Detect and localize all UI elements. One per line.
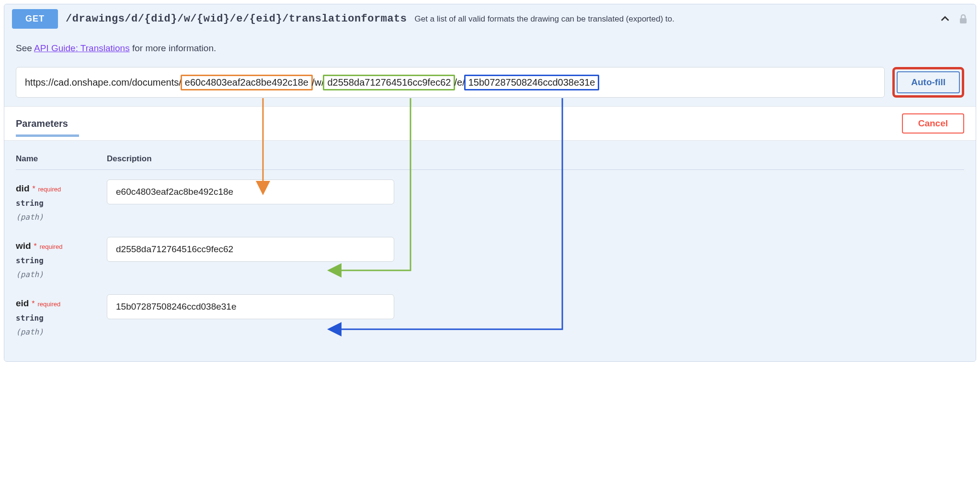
- param-location: (path): [16, 327, 107, 336]
- wid-input[interactable]: [107, 237, 394, 262]
- url-wid-highlight: d2558da712764516cc9fec62: [323, 75, 455, 90]
- parameters-title: Parameters: [16, 118, 68, 129]
- param-meta: did * required string (path): [16, 179, 107, 222]
- param-type: string: [16, 199, 107, 208]
- param-name: did: [16, 183, 30, 193]
- content-area: See API Guide: Translations for more inf…: [4, 33, 976, 361]
- col-header-description: Description: [107, 154, 964, 164]
- info-suffix: for more information.: [130, 43, 217, 53]
- collapse-chevron-icon[interactable]: [939, 13, 951, 25]
- svg-rect-0: [960, 18, 967, 23]
- param-location: (path): [16, 212, 107, 222]
- did-input[interactable]: [107, 179, 394, 204]
- eid-input[interactable]: [107, 294, 394, 319]
- info-prefix: See: [16, 43, 34, 53]
- param-type: string: [16, 313, 107, 323]
- param-meta: wid * required string (path): [16, 237, 107, 279]
- url-base: https://cad.onshape.com/documents/: [25, 77, 182, 88]
- column-headers: Name Description: [16, 154, 964, 170]
- param-row-did: did * required string (path): [16, 179, 964, 222]
- url-autofill-row: https://cad.onshape.com/documents/e60c48…: [4, 67, 976, 106]
- col-header-name: Name: [16, 154, 107, 164]
- info-text: See API Guide: Translations for more inf…: [4, 33, 976, 67]
- cancel-button[interactable]: Cancel: [902, 113, 964, 134]
- required-star: *: [32, 300, 34, 308]
- param-location: (path): [16, 270, 107, 279]
- api-guide-link[interactable]: API Guide: Translations: [34, 43, 130, 53]
- required-text: required: [38, 186, 61, 193]
- url-input[interactable]: https://cad.onshape.com/documents/e60c48…: [16, 67, 885, 98]
- lock-icon: [958, 14, 968, 24]
- param-row-eid: eid * required string (path): [16, 294, 964, 336]
- endpoint-description: Get a list of all valid formats the draw…: [415, 14, 932, 24]
- param-type: string: [16, 256, 107, 265]
- required-text: required: [40, 243, 63, 250]
- url-did-highlight: e60c4803eaf2ac8be492c18e: [181, 75, 313, 90]
- endpoint-header[interactable]: GET /drawings/d/{did}/w/{wid}/e/{eid}/tr…: [4, 4, 976, 33]
- required-star: *: [32, 185, 35, 193]
- http-method-badge: GET: [12, 9, 58, 29]
- url-sep-e: /e/: [454, 77, 465, 88]
- api-endpoint-panel: GET /drawings/d/{did}/w/{wid}/e/{eid}/tr…: [4, 4, 976, 362]
- endpoint-path: /drawings/d/{did}/w/{wid}/e/{eid}/transl…: [66, 13, 407, 25]
- param-name: wid: [16, 241, 31, 251]
- url-eid-highlight: 15b07287508246ccd038e31e: [464, 75, 600, 90]
- param-meta: eid * required string (path): [16, 294, 107, 336]
- autofill-button[interactable]: Auto-fill: [897, 71, 960, 93]
- url-sep-w: /w/: [312, 77, 324, 88]
- param-name: eid: [16, 298, 29, 308]
- required-star: *: [34, 242, 37, 250]
- parameters-header: Parameters Cancel: [4, 106, 976, 141]
- autofill-highlight-box: Auto-fill: [892, 67, 964, 98]
- param-row-wid: wid * required string (path): [16, 237, 964, 279]
- required-text: required: [37, 301, 60, 308]
- parameters-body: Name Description did * required string (…: [4, 141, 976, 361]
